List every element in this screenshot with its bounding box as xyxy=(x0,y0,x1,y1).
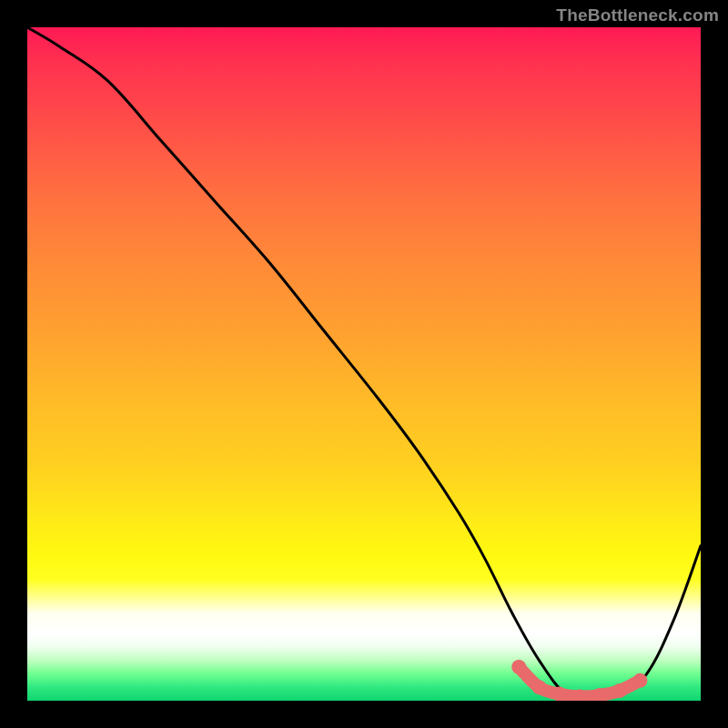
bottleneck-curve xyxy=(27,27,701,698)
chart-container: TheBottleneck.com xyxy=(0,0,728,728)
chart-area xyxy=(27,27,701,701)
highlight-dot xyxy=(632,673,647,688)
highlight-dot xyxy=(552,687,567,701)
highlight-dot xyxy=(612,683,627,698)
highlight-dot xyxy=(511,660,526,674)
curve-svg xyxy=(27,27,701,701)
highlight-dot xyxy=(531,680,546,694)
watermark-text: TheBottleneck.com xyxy=(556,5,719,25)
